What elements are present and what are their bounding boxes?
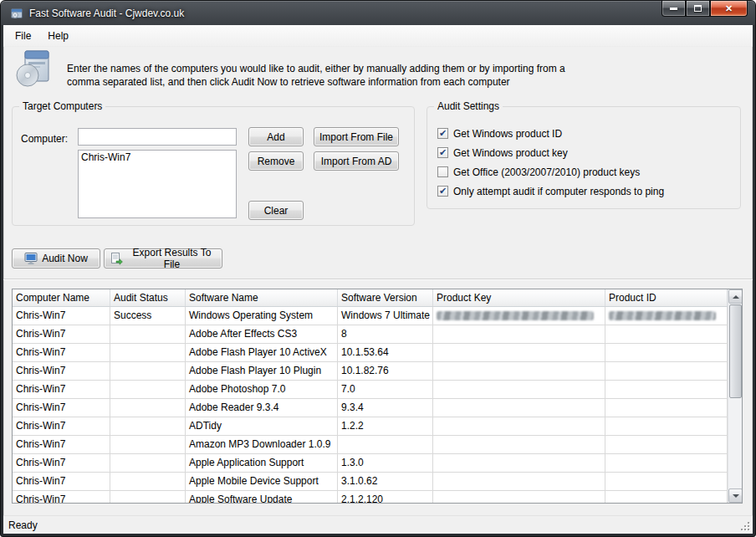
redacted-text (437, 311, 594, 320)
table-cell: Apple Software Update (186, 491, 338, 503)
table-row[interactable]: Chris-Win7SuccessWindows Operating Syste… (13, 307, 728, 325)
close-button[interactable]: ✕ (710, 1, 748, 17)
table-cell (433, 362, 605, 380)
audit-option[interactable]: ✔Get Windows product key (437, 143, 664, 162)
table-cell: Windows Operating System (186, 307, 338, 325)
table-cell: Chris-Win7 (13, 436, 110, 453)
add-button[interactable]: Add (248, 127, 304, 146)
column-header[interactable]: Software Version (338, 289, 433, 306)
table-cell (433, 381, 605, 398)
scrollbar-thumb[interactable] (729, 304, 742, 398)
column-header[interactable]: Audit Status (110, 289, 186, 306)
table-cell (605, 381, 728, 398)
table-cell: Chris-Win7 (13, 381, 110, 398)
software-box-icon (13, 49, 54, 89)
list-item[interactable]: Chris-Win7 (79, 151, 236, 164)
checkbox-label: Only attempt audit if computer responds … (453, 186, 664, 197)
import-from-file-button[interactable]: Import From File (314, 127, 399, 146)
audit-now-button[interactable]: Audit Now (12, 248, 100, 268)
resize-grip[interactable] (740, 521, 751, 532)
maximize-icon (694, 5, 702, 12)
table-cell (110, 325, 186, 343)
table-row[interactable]: Chris-Win7ADTidy1.2.2 (13, 417, 728, 436)
column-header[interactable]: Product ID (605, 289, 728, 306)
checkbox[interactable]: ✔ (437, 147, 448, 158)
audit-option[interactable]: ✔Only attempt audit if computer responds… (437, 182, 664, 201)
export-results-button[interactable]: Export Results To File (104, 248, 222, 268)
table-cell (605, 325, 728, 343)
scroll-up-button[interactable] (728, 289, 743, 304)
results-grid: Computer NameAudit StatusSoftware NameSo… (12, 289, 743, 504)
table-cell (110, 362, 186, 380)
table-cell (605, 399, 728, 417)
client-area: FileHelp Enter the names of t (3, 25, 753, 534)
table-cell (433, 473, 605, 490)
table-cell (605, 491, 728, 503)
table-cell: 10.1.82.76 (338, 362, 433, 380)
vertical-scrollbar[interactable] (728, 289, 742, 503)
table-cell: Adobe After Effects CS3 (186, 325, 338, 343)
table-cell (433, 491, 605, 503)
scroll-down-button[interactable] (728, 488, 743, 503)
checkbox-label: Get Windows product ID (453, 128, 562, 140)
audit-settings-title: Audit Settings (434, 100, 503, 113)
arrow-up-icon (733, 295, 739, 299)
title-bar[interactable]: Fast Software Audit - Cjwdev.co.uk ✕ (3, 1, 753, 25)
checkbox-label: Get Windows product key (453, 147, 568, 159)
table-cell: Amazon MP3 Downloader 1.0.9 (186, 436, 338, 453)
table-cell: Success (110, 307, 186, 325)
table-cell: Adobe Photoshop 7.0 (186, 381, 338, 398)
status-text: Ready (8, 519, 38, 531)
audit-option[interactable]: Get Office (2003/2007/2010) product keys (437, 162, 664, 182)
table-cell (605, 436, 728, 453)
table-row[interactable]: Chris-Win7Adobe Flash Player 10 Plugin10… (13, 362, 728, 381)
status-bar: Ready (3, 515, 753, 534)
table-cell (110, 381, 186, 398)
table-row[interactable]: Chris-Win7Adobe Reader 9.3.49.3.4 (13, 399, 728, 417)
close-icon: ✕ (725, 4, 733, 13)
checkbox[interactable]: ✔ (437, 128, 448, 139)
computer-input[interactable] (78, 128, 237, 146)
menu-item-file[interactable]: File (7, 25, 39, 46)
table-cell (433, 454, 605, 472)
table-row[interactable]: Chris-Win7Apple Mobile Device Support3.1… (13, 473, 728, 491)
table-cell (605, 307, 728, 325)
clear-button[interactable]: Clear (248, 201, 304, 220)
table-cell: 10.1.53.64 (338, 344, 433, 361)
menu-item-help[interactable]: Help (39, 25, 77, 46)
column-header[interactable]: Computer Name (13, 289, 110, 306)
grid-body: Chris-Win7SuccessWindows Operating Syste… (13, 307, 728, 503)
column-header[interactable]: Software Name (186, 289, 338, 306)
table-cell (605, 362, 728, 380)
minimize-button[interactable] (662, 1, 686, 17)
table-row[interactable]: Chris-Win7Apple Software Update2.1.2.120 (13, 491, 728, 503)
maximize-button[interactable] (686, 1, 710, 17)
checkbox[interactable] (437, 166, 448, 177)
table-cell: Chris-Win7 (13, 417, 110, 435)
checkbox-label: Get Office (2003/2007/2010) product keys (453, 166, 640, 178)
table-cell: Chris-Win7 (13, 325, 110, 343)
table-cell: Chris-Win7 (13, 362, 110, 380)
table-row[interactable]: Chris-Win7Adobe Flash Player 10 ActiveX1… (13, 344, 728, 362)
table-row[interactable]: Chris-Win7Apple Application Support1.3.0 (13, 454, 728, 473)
remove-button[interactable]: Remove (248, 151, 304, 171)
audit-option[interactable]: ✔Get Windows product ID (437, 124, 664, 143)
target-computers-group: Target Computers Computer: Chris-Win7 Ad… (12, 106, 415, 226)
column-header[interactable]: Product Key (433, 289, 605, 306)
table-cell: Chris-Win7 (13, 399, 110, 417)
table-row[interactable]: Chris-Win7Amazon MP3 Downloader 1.0.9 (13, 436, 728, 454)
table-row[interactable]: Chris-Win7Adobe After Effects CS38 (13, 325, 728, 344)
table-cell: ADTidy (186, 417, 338, 435)
table-cell (110, 399, 186, 417)
import-from-ad-button[interactable]: Import From AD (314, 151, 399, 171)
audit-options: ✔Get Windows product ID✔Get Windows prod… (437, 124, 664, 201)
computers-listbox[interactable]: Chris-Win7 (78, 150, 237, 218)
checkbox[interactable]: ✔ (437, 186, 448, 197)
table-cell: 3.1.0.62 (338, 473, 433, 490)
table-cell: Chris-Win7 (13, 344, 110, 361)
table-cell (110, 454, 186, 472)
app-icon (10, 7, 23, 20)
table-cell: 1.3.0 (338, 454, 433, 472)
table-row[interactable]: Chris-Win7Adobe Photoshop 7.07.0 (13, 381, 728, 399)
table-cell: Adobe Flash Player 10 Plugin (186, 362, 338, 380)
